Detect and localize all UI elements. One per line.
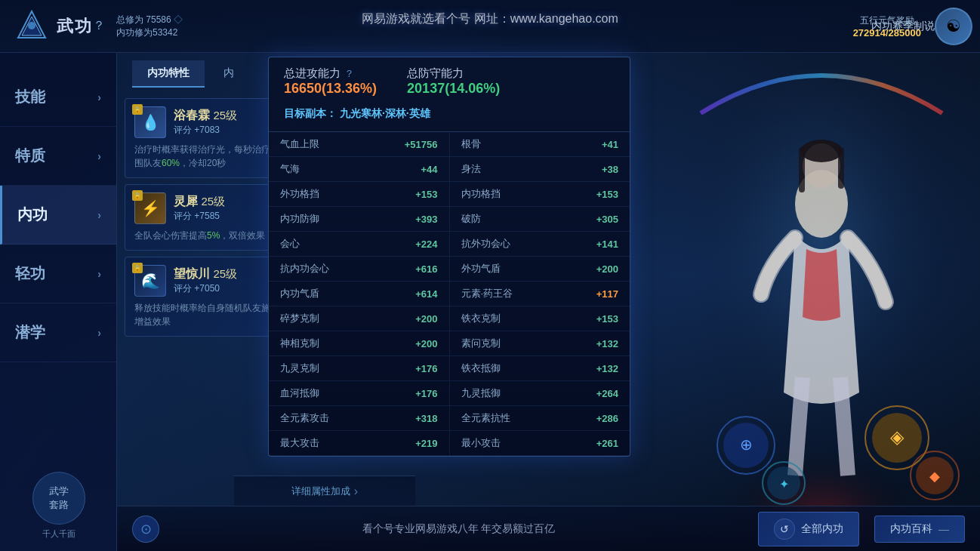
stats-cell-neigongfangyu: 内功防御 +393 <box>269 207 450 231</box>
stats-row-1: 气血上限 +51756 根骨 +41 <box>269 132 630 157</box>
skill-1-desc: 治疗时概率获得治疗光，每秒治疗周围队友60%，冷却20秒 <box>134 143 281 170</box>
watermark-text: 网易游戏就选看个号 网址：www.kangehao.com <box>362 11 618 27</box>
bottom-circle-icon: ⊙ <box>132 516 159 543</box>
defense-group: 总防守能力 20137(14.06%) <box>407 66 500 97</box>
sidebar-neigong-label: 内功 <box>17 205 48 225</box>
skill-2-info: 灵犀 25级 评分 +7585 <box>174 194 225 223</box>
neigong-wiki-arrow: — <box>938 523 949 535</box>
sidebar-qianxue-label: 潜学 <box>15 322 45 343</box>
stats-cell-shenfa: 身法 +38 <box>450 157 630 181</box>
skill-1-icon: 🔒 💧 <box>134 106 166 138</box>
sidebar-jinou-label: 技能 <box>15 87 45 107</box>
stats-cell-suwen: 素问克制 +132 <box>450 331 630 356</box>
top-right-area: 五行元气奖励 272914/285000 ☯ 内功赛季制说明 ？ <box>856 18 965 34</box>
left-sidebar: 技能 › 特质 › 内功 › 轻功 › 潜学 › 武学 套路 千人千面 <box>0 53 117 551</box>
skill-2-name: 灵犀 25级 <box>174 194 225 210</box>
tab-second[interactable]: 内 <box>208 60 249 88</box>
skill-1-info: 浴春霖 25级 评分 +7083 <box>174 108 237 137</box>
stats-row-7: 内功气盾 +614 元素·药王谷 +117 <box>269 282 630 306</box>
skill-3-name: 望惊川 25级 <box>174 266 237 282</box>
stats-cell-neigonggedang: 内功格挡 +153 <box>450 182 630 206</box>
stats-cell-pofang: 破防 +305 <box>450 207 630 231</box>
bottom-center-text: 看个号专业网易游戏八年 年交易额过百亿 <box>174 522 743 536</box>
sidebar-item-tezhi[interactable]: 特质 › <box>0 127 116 186</box>
stats-cell-gengu: 根骨 +41 <box>450 132 630 156</box>
skill-item-lingxi[interactable]: 🔒 ⚡ 灵犀 25级 评分 +7585 全队会心伤害提高5%，双倍效果 <box>125 184 291 251</box>
svg-text:✦: ✦ <box>779 478 789 491</box>
skill-3-desc: 释放技能时概率给自身随机队友施加增益效果 <box>134 301 281 328</box>
skill-2-icon: 🔒 ⚡ <box>134 192 166 224</box>
stats-cell-qihai: 气海 +44 <box>269 157 450 181</box>
stats-row-3: 外功格挡 +153 内功格挡 +153 <box>269 182 630 207</box>
stats-cell-jiuling: 九灵克制 +176 <box>269 356 450 380</box>
wuxue-label2: 套路 <box>49 498 69 512</box>
wuxue-sub-label: 千人千面 <box>11 528 106 540</box>
all-neigong-button[interactable]: ↺ 全部内功 <box>758 512 859 546</box>
page-title: 武功 <box>57 15 93 38</box>
stats-row-11: 血河抵御 +176 九灵抵御 +264 <box>269 381 630 406</box>
stats-row-5: 会心 +224 抗外功会心 +141 <box>269 232 630 257</box>
stat-name-qixue: 气血上限 <box>280 137 319 151</box>
wuxue-badge[interactable]: 武学 套路 <box>32 472 85 525</box>
stats-cell-max-atk: 最大攻击 +219 <box>269 431 450 455</box>
stats-row-8: 碎梦克制 +200 铁衣克制 +153 <box>269 306 630 331</box>
svg-text:⊕: ⊕ <box>740 436 753 453</box>
skill-2-score: 评分 +7585 <box>174 210 225 223</box>
attack-label: 总进攻能力 ？ <box>284 66 377 81</box>
sidebar-neigong-arrow: › <box>97 209 101 221</box>
stat-val-qixue: +51756 <box>405 139 438 150</box>
stats-cell-suimeng: 碎梦克制 +200 <box>269 306 450 331</box>
main-content: 内功特性 内 🔒 💧 浴春霖 25级 <box>117 53 980 551</box>
title-question-icon[interactable]: ？ <box>93 18 105 34</box>
stats-row-6: 抗内功会心 +616 外功气盾 +200 <box>269 257 630 282</box>
sidebar-tezhi-label: 特质 <box>15 146 45 166</box>
skill-3-header: 🔒 🌊 望惊川 25级 评分 +7050 <box>134 265 281 297</box>
sidebar-item-jinou[interactable]: 技能 › <box>0 68 116 127</box>
skill-3-icon: 🔒 🌊 <box>134 265 166 297</box>
attr-add-bar[interactable]: 详细属性加成 › <box>234 476 415 506</box>
stats-cell-quanyuansu-resist: 全元素抗性 +286 <box>450 406 630 430</box>
sidebar-bottom: 武学 套路 千人千面 <box>0 460 117 551</box>
stats-cell-qixueshangxian: 气血上限 +51756 <box>269 132 450 156</box>
svg-point-7 <box>800 140 843 162</box>
wuxue-label1: 武学 <box>49 485 69 498</box>
attr-add-arrow: › <box>354 485 358 498</box>
inner-power-stat: 内功修为53342 <box>116 26 183 39</box>
skill-3-score: 评分 +7050 <box>174 282 237 295</box>
svg-point-2 <box>28 22 35 29</box>
neigong-wiki-label: 内功百科 <box>890 522 932 536</box>
skill-2-desc: 全队会心伤害提高5%，双倍效果 <box>134 229 281 242</box>
sidebar-item-qinggong[interactable]: 轻功 › <box>0 245 116 303</box>
svg-text:◈: ◈ <box>890 426 904 447</box>
character-svg: ⊕ ✦ ◈ ◆ <box>663 53 980 551</box>
neigong-wiki-button[interactable]: 内功百科 — <box>874 516 965 543</box>
sidebar-item-qianxue[interactable]: 潜学 › <box>0 303 116 362</box>
stats-popup: 总进攻能力 ？ 16650(13.36%) 总防守能力 20137(14.06%… <box>268 57 630 457</box>
sidebar-item-neigong[interactable]: 内功 › <box>0 186 116 245</box>
target-dungeon: 目标副本： 九光寒林·深林·英雄 <box>284 103 615 125</box>
skill-1-name: 浴春霖 25级 <box>174 108 237 124</box>
stats-cell-waigonggedang: 外功格挡 +153 <box>269 182 450 206</box>
stats-row-13: 最大攻击 +219 最小攻击 +261 <box>269 431 630 456</box>
stats-row-2: 气海 +44 身法 +38 <box>269 157 630 182</box>
svg-text:◆: ◆ <box>929 469 940 484</box>
sidebar-jinou-arrow: › <box>97 91 101 103</box>
skill-1-score: 评分 +7083 <box>174 124 237 137</box>
lock-icon-1: 🔒 <box>132 104 143 115</box>
skill-item-yuchunlin[interactable]: 🔒 💧 浴春霖 25级 评分 +7083 治疗时概率获得治疗光，每秒治疗周围队友… <box>125 98 291 178</box>
sidebar-tezhi-arrow: › <box>97 150 101 162</box>
stats-cell-kangwaigong: 抗外功会心 +141 <box>450 232 630 256</box>
attr-add-label: 详细属性加成 <box>291 485 350 498</box>
sidebar-qinggong-label: 轻功 <box>15 263 45 284</box>
attack-question-icon: ？ <box>344 67 354 81</box>
rewards-value: 272914/285000 <box>853 27 921 38</box>
attack-group: 总进攻能力 ？ 16650(13.36%) <box>284 66 377 97</box>
tab-neigong-teixng[interactable]: 内功特性 <box>132 60 205 88</box>
all-neigong-label: 全部内功 <box>801 522 843 536</box>
stats-cell-jiuling-diyu: 九灵抵御 +264 <box>450 381 630 405</box>
skill-item-wangjingchuan[interactable]: 🔒 🌊 望惊川 25级 评分 +7050 释放技能时概率给自身随机队友施加增益效… <box>125 257 291 337</box>
stats-cell-shenxiang: 神相克制 +200 <box>269 331 450 356</box>
rewards-label: 五行元气奖励 <box>853 14 921 27</box>
top-bar: 武功 ？ 总修为 75586 ◇ 内功修为53342 网易游戏就选看个号 网址：… <box>0 0 980 53</box>
svg-rect-8 <box>799 147 805 192</box>
